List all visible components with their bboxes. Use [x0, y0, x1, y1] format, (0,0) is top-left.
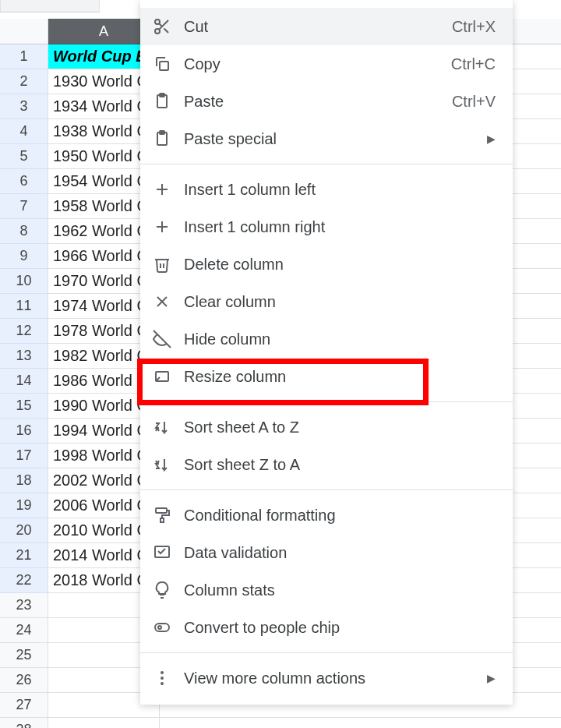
clipboard-icon [153, 129, 184, 148]
svg-line-4 [159, 23, 162, 27]
lightbulb-icon [153, 581, 184, 599]
menu-resize-column[interactable]: Resize column [140, 358, 513, 395]
row-number[interactable]: 1 [0, 44, 48, 69]
menu-separator [140, 652, 513, 653]
toolbar-stub [0, 0, 100, 12]
plus-icon [153, 180, 184, 199]
menu-label: Paste special [184, 130, 487, 148]
menu-label: Sort sheet A to Z [184, 419, 496, 436]
submenu-arrow-icon: ▶ [487, 133, 496, 145]
menu-label: Sort sheet Z to A [184, 456, 496, 474]
menu-label: Cut [184, 18, 452, 36]
row-number[interactable]: 9 [0, 244, 48, 269]
svg-point-23 [161, 671, 164, 674]
row-number[interactable]: 19 [0, 493, 48, 518]
svg-rect-5 [160, 62, 168, 70]
row-number[interactable]: 20 [0, 518, 48, 543]
row-number[interactable]: 10 [0, 269, 48, 294]
more-vertical-icon [153, 669, 184, 687]
plus-icon [153, 217, 184, 236]
menu-shortcut: Ctrl+X [452, 18, 496, 36]
row-number[interactable]: 15 [0, 394, 48, 419]
cell[interactable] [48, 718, 160, 728]
row-number[interactable]: 25 [0, 643, 48, 668]
menu-label: Copy [184, 55, 451, 73]
row-number[interactable]: 27 [0, 693, 48, 718]
row-number[interactable]: 7 [0, 194, 48, 219]
copy-icon [153, 55, 184, 73]
menu-cut[interactable]: Cut Ctrl+X [140, 8, 513, 45]
menu-separator [140, 164, 513, 164]
row-number[interactable]: 22 [0, 568, 48, 593]
checklist-icon [153, 543, 184, 562]
row-number[interactable]: 2 [0, 69, 48, 94]
menu-label: Conditional formatting [184, 507, 496, 525]
menu-separator [140, 489, 513, 490]
menu-delete-column[interactable]: Delete column [140, 246, 513, 283]
row-number[interactable]: 5 [0, 144, 48, 169]
row-number[interactable]: 24 [0, 618, 48, 643]
row-number[interactable]: 28 [0, 718, 48, 728]
row-number[interactable]: 23 [0, 593, 48, 618]
menu-label: Resize column [184, 368, 496, 386]
row-number[interactable]: 11 [0, 294, 48, 319]
svg-point-1 [155, 29, 160, 34]
sort-za-icon [153, 455, 184, 474]
menu-label: Paste [184, 93, 452, 111]
menu-label: Hide column [184, 330, 496, 348]
select-all-corner[interactable] [0, 19, 48, 44]
menu-insert-column-left[interactable]: Insert 1 column left [140, 171, 513, 208]
menu-shortcut: Ctrl+C [451, 55, 496, 73]
clipboard-icon [153, 92, 184, 111]
menu-label: Clear column [184, 293, 496, 311]
menu-separator [140, 401, 513, 402]
menu-paste-special[interactable]: Paste special ▶ [140, 120, 513, 157]
svg-point-0 [155, 19, 160, 24]
row-number[interactable]: 14 [0, 369, 48, 394]
menu-insert-column-right[interactable]: Insert 1 column right [140, 208, 513, 246]
menu-column-stats[interactable]: Column stats [140, 571, 513, 609]
row-number[interactable]: 16 [0, 419, 48, 444]
row-number[interactable]: 17 [0, 444, 48, 468]
row-number[interactable]: 8 [0, 219, 48, 244]
menu-sort-az[interactable]: Sort sheet A to Z [140, 408, 513, 446]
eye-off-icon [153, 330, 184, 348]
submenu-arrow-icon: ▶ [487, 672, 496, 684]
menu-data-validation[interactable]: Data validation [140, 534, 513, 571]
svg-line-3 [164, 28, 168, 33]
svg-rect-19 [161, 518, 164, 522]
resize-icon [153, 367, 184, 386]
menu-label: Insert 1 column left [184, 181, 496, 199]
menu-view-more-actions[interactable]: View more column actions ▶ [140, 659, 513, 697]
menu-hide-column[interactable]: Hide column [140, 320, 513, 358]
menu-conditional-formatting[interactable]: Conditional formatting [140, 497, 513, 534]
sort-az-icon [153, 418, 184, 436]
svg-point-25 [161, 682, 164, 685]
menu-paste[interactable]: Paste Ctrl+V [140, 83, 513, 120]
column-context-menu: Cut Ctrl+X Copy Ctrl+C Paste Ctrl+V Past… [140, 0, 513, 705]
menu-label: Delete column [184, 256, 496, 274]
menu-convert-people-chip[interactable]: Convert to people chip [140, 609, 513, 646]
row-number[interactable]: 12 [0, 319, 48, 344]
row-number[interactable]: 6 [0, 169, 48, 194]
row-number[interactable]: 21 [0, 543, 48, 568]
menu-label: Convert to people chip [184, 619, 496, 637]
menu-clear-column[interactable]: Clear column [140, 283, 513, 320]
trash-icon [153, 255, 184, 274]
row-number[interactable]: 18 [0, 468, 48, 493]
person-chip-icon [153, 618, 184, 637]
svg-rect-18 [156, 508, 167, 513]
row-number[interactable]: 13 [0, 344, 48, 369]
svg-point-22 [158, 626, 161, 629]
menu-label: Insert 1 column right [184, 218, 496, 236]
row-number[interactable]: 3 [0, 94, 48, 119]
menu-copy[interactable]: Copy Ctrl+C [140, 45, 513, 83]
close-icon [153, 292, 184, 311]
scissors-icon [153, 17, 184, 36]
menu-label: Data validation [184, 544, 496, 562]
menu-label: View more column actions [184, 670, 487, 687]
row-number[interactable]: 26 [0, 668, 48, 693]
paint-roller-icon [153, 506, 184, 525]
row-number[interactable]: 4 [0, 119, 48, 144]
menu-sort-za[interactable]: Sort sheet Z to A [140, 446, 513, 483]
